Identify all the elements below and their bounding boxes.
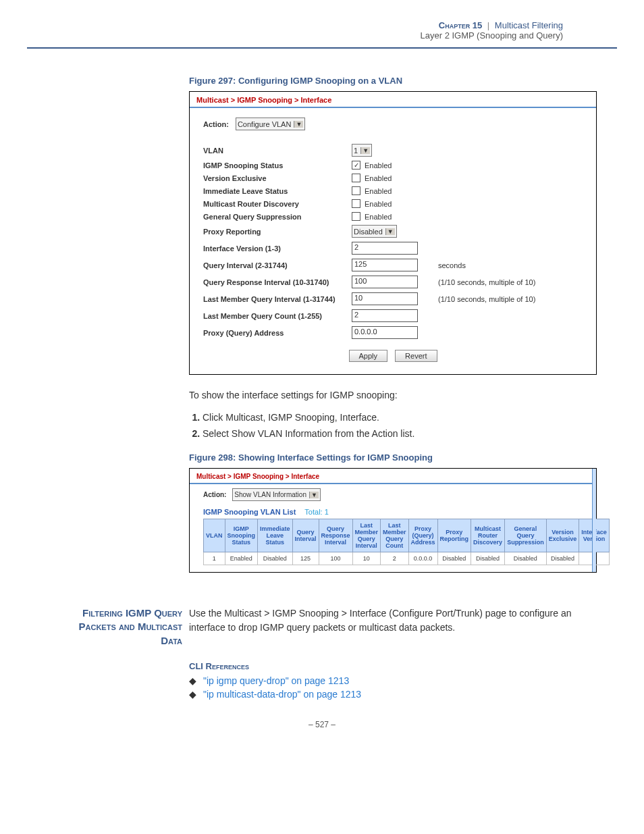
- cli-references-heading: CLI References: [189, 661, 597, 671]
- immediate-leave-label: Immediate Leave Status: [203, 187, 352, 195]
- apply-button[interactable]: Apply: [349, 350, 388, 362]
- interface-version-input[interactable]: 2: [352, 242, 418, 255]
- separator: |: [487, 20, 489, 30]
- general-query-supp-label: General Query Suppression: [203, 213, 352, 221]
- col-proxy-rep: Proxy Reporting: [437, 519, 471, 552]
- steps-list: Click Multicast, IGMP Snooping, Interfac…: [189, 412, 597, 439]
- intro-text: To show the interface settings for IGMP …: [189, 388, 597, 402]
- step-1: Click Multicast, IGMP Snooping, Interfac…: [203, 412, 597, 423]
- mrouter-discovery-checkbox[interactable]: [352, 199, 360, 208]
- col-last-mq-int: Last Member Query Interval: [352, 519, 381, 552]
- query-response-label: Query Response Interval (10-31740): [203, 278, 352, 286]
- page-number: – 527 –: [0, 720, 644, 729]
- cli-ref-link-2[interactable]: "ip multicast-data-drop" on page 1213: [203, 689, 361, 700]
- col-query-resp: Query Response Interval: [319, 519, 352, 552]
- chevron-down-icon: ▼: [294, 121, 303, 128]
- revert-button[interactable]: Revert: [395, 350, 437, 362]
- page-header: Chapter 15 | Multicast Filtering Layer 2…: [27, 0, 617, 49]
- vlan-label: VLAN: [203, 147, 352, 155]
- immediate-leave-checkbox[interactable]: [352, 186, 360, 195]
- table-row: 1 Enabled Disabled 125 100 10 2 0.0.0.0 …: [204, 552, 610, 565]
- version-exclusive-label: Version Exclusive: [203, 174, 352, 182]
- col-igmp-status: IGMP Snooping Status: [225, 519, 257, 552]
- proxy-reporting-select[interactable]: Disabled ▼: [352, 225, 397, 238]
- section-body-text: Use the Multicast > IGMP Snooping > Inte…: [189, 606, 597, 648]
- query-response-input[interactable]: 100: [352, 276, 418, 288]
- chevron-down-icon: ▼: [309, 492, 319, 498]
- col-gen-supp: General Query Suppression: [505, 519, 547, 552]
- last-member-query-interval-input[interactable]: 10: [352, 292, 418, 305]
- col-ver-excl: Version Exclusive: [546, 519, 579, 552]
- vlan-table: VLAN IGMP Snooping Status Immediate Leav…: [203, 519, 610, 565]
- figure-298-screenshot: Multicast > IGMP Snooping > Interface Ac…: [189, 468, 597, 573]
- col-vlan: VLAN: [204, 519, 225, 552]
- breadcrumb: Multicast > IGMP Snooping > Interface: [190, 92, 596, 108]
- last-member-query-count-input[interactable]: 2: [352, 309, 418, 322]
- action-select[interactable]: Configure VLAN ▼: [236, 118, 305, 130]
- last-member-query-interval-label: Last Member Query Interval (1-31744): [203, 295, 352, 303]
- chapter-subtitle: Layer 2 IGMP (Snooping and Query): [27, 30, 563, 41]
- query-response-hint: (1/10 seconds, multiple of 10): [438, 278, 535, 286]
- general-query-supp-checkbox[interactable]: [352, 212, 360, 221]
- chapter-title: Multicast Filtering: [495, 20, 563, 30]
- action-label: Action:: [203, 491, 226, 498]
- vlan-select[interactable]: 1 ▼: [352, 144, 372, 157]
- chevron-down-icon: ▼: [360, 147, 370, 154]
- step-2: Select Show VLAN Information from the Ac…: [203, 428, 597, 439]
- figure-298-caption: Figure 298: Showing Interface Settings f…: [189, 452, 597, 463]
- list-title: IGMP Snooping VLAN List: [203, 508, 296, 516]
- query-interval-hint: seconds: [438, 261, 466, 269]
- chevron-down-icon: ▼: [385, 228, 395, 235]
- proxy-reporting-label: Proxy Reporting: [203, 228, 352, 236]
- action-label: Action:: [203, 120, 229, 128]
- version-exclusive-checkbox[interactable]: [352, 174, 360, 182]
- cli-references-list: "ip igmp query-drop" on page 1213 "ip mu…: [189, 675, 597, 700]
- list-total: Total: 1: [304, 508, 328, 516]
- col-proxy-addr: Proxy (Query) Address: [408, 519, 437, 552]
- col-last-mq-cnt: Last Member Query Count: [381, 519, 409, 552]
- col-imm-leave: Immediate Leave Status: [257, 519, 292, 552]
- interface-version-label: Interface Version (1-3): [203, 244, 352, 253]
- proxy-query-address-label: Proxy (Query) Address: [203, 329, 352, 337]
- query-interval-label: Query Interval (2-31744): [203, 261, 352, 269]
- col-query-int: Query Interval: [292, 519, 319, 552]
- igmp-snooping-checkbox[interactable]: ✓: [352, 161, 360, 170]
- cli-ref-link-1[interactable]: "ip igmp query-drop" on page 1213: [203, 675, 349, 686]
- figure-297-screenshot: Multicast > IGMP Snooping > Interface Ac…: [189, 91, 597, 375]
- col-mrouter: Multicast Router Discovery: [471, 519, 505, 552]
- enabled-text: Enabled: [365, 161, 392, 170]
- figure-297-caption: Figure 297: Configuring IGMP Snooping on…: [189, 76, 597, 86]
- last-member-query-interval-hint: (1/10 seconds, multiple of 10): [438, 295, 535, 303]
- action-select[interactable]: Show VLAN Information ▼: [232, 488, 321, 501]
- breadcrumb: Multicast > IGMP Snooping > Interface: [190, 469, 596, 484]
- proxy-query-address-input[interactable]: 0.0.0.0: [352, 326, 418, 339]
- igmp-snooping-status-label: IGMP Snooping Status: [203, 161, 352, 170]
- last-member-query-count-label: Last Member Query Count (1-255): [203, 312, 352, 320]
- chapter-label: Chapter 15: [439, 20, 482, 30]
- section-side-heading: Filtering IGMP Query Packets and Multica…: [68, 606, 189, 648]
- query-interval-input[interactable]: 125: [352, 259, 418, 271]
- mrouter-discovery-label: Multicast Router Discovery: [203, 200, 352, 208]
- scrollbar[interactable]: [592, 469, 596, 572]
